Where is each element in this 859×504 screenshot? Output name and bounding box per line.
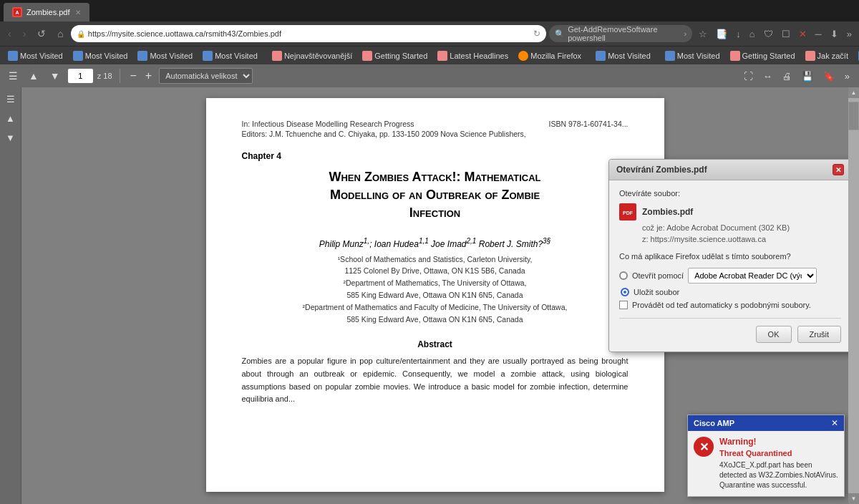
affil-3: ²Department of Mathematics, The Universi… xyxy=(242,277,629,289)
bookmark-label-8: Most Visited xyxy=(608,52,651,60)
download2-btn[interactable]: ⬇ xyxy=(827,26,842,42)
scrollbar-up-button[interactable]: ▲ xyxy=(848,87,859,98)
bookmark-icon-2 xyxy=(137,51,147,61)
bookmark-item-11[interactable]: Jak začít xyxy=(801,49,853,62)
pdf-toggle-sidebar-button[interactable]: ☰ xyxy=(6,67,21,84)
tab-close-button[interactable]: ✕ xyxy=(75,9,81,16)
bookmark-item-5[interactable]: Getting Started xyxy=(358,49,432,62)
pdf-authors-text: Philip Munz1,; Ioan Hudea1,1 Joe Imad2,1… xyxy=(319,239,550,249)
bookmark-item-8[interactable]: Most Visited xyxy=(591,49,655,62)
dialog-checkbox-row: Provádět od teď automaticky s podobnými … xyxy=(619,301,841,309)
pdf-abstract-title: Abstract xyxy=(242,339,629,349)
pdf-save-button[interactable]: 💾 xyxy=(798,69,817,83)
search-bar[interactable]: 🔍 Get-AddRemoveSoftware powershell › xyxy=(549,25,692,42)
bookmark-item-3[interactable]: Most Visited xyxy=(198,49,262,62)
bookmark-star-button[interactable]: ☆ xyxy=(695,26,711,42)
bookmark-icon-1 xyxy=(73,51,83,61)
dialog-filename: Zombies.pdf xyxy=(642,207,693,217)
search-text: Get-AddRemoveSoftware powershell xyxy=(568,25,681,42)
pdf-file-icon: PDF xyxy=(619,203,636,220)
auto-action-checkbox[interactable] xyxy=(619,301,628,309)
dialog-close-button[interactable]: ✕ xyxy=(833,164,844,175)
shield-button[interactable]: 🛡 xyxy=(760,26,777,42)
browser-chrome: A Zombies.pdf ✕ ‹ › ↺ ⌂ 🔒 https://mysite… xyxy=(0,0,859,87)
bookmark-icon-8 xyxy=(596,51,606,61)
pdf-page-total: z 18 xyxy=(97,72,112,80)
save-file-radio[interactable] xyxy=(621,288,629,296)
pdf-scrollbar: ▲ ▼ xyxy=(848,87,859,504)
bookmark-label-10: Getting Started xyxy=(742,52,795,60)
bookmark-icon-11 xyxy=(805,51,815,61)
pdf-zoom-in-button[interactable]: + xyxy=(142,69,155,83)
bookmarks-button[interactable]: 📑 xyxy=(712,26,731,42)
pdf-bookmark-button[interactable]: 🔖 xyxy=(820,69,838,83)
download-button[interactable]: ↓ xyxy=(732,26,744,42)
scrollbar-thumb[interactable] xyxy=(848,102,859,130)
window-button[interactable]: ☐ xyxy=(778,26,794,42)
bookmark-item-1[interactable]: Most Visited xyxy=(69,49,132,62)
close-btn[interactable]: ✕ xyxy=(795,26,810,42)
bookmark-item-7[interactable]: Mozilla Firefox xyxy=(514,49,586,62)
bookmark-item-2[interactable]: Most Visited xyxy=(133,49,197,62)
forward-button[interactable]: › xyxy=(19,25,31,42)
pdf-fit-page-button[interactable]: ⛶ xyxy=(740,69,757,83)
reload-button[interactable]: ↺ xyxy=(33,25,50,42)
amp-close-button[interactable]: ✕ xyxy=(831,418,838,428)
pdf-zoom-select[interactable]: Automatická velikost xyxy=(159,68,253,84)
bookmark-label-3: Most Visited xyxy=(215,52,258,60)
bookmark-icon-10 xyxy=(730,51,740,61)
bookmark-item-12[interactable]: Most Visited xyxy=(854,49,859,62)
bookmark-label-2: Most Visited xyxy=(150,52,193,60)
bookmark-icon-5 xyxy=(362,51,372,61)
affil-4: 585 King Edward Ave, Ottawa ON K1N 6N5, … xyxy=(242,289,629,301)
home-button[interactable]: ⌂ xyxy=(53,25,67,42)
pdf-editors-text: Editors: J.M. Tchuenche and C. Chiyaka, … xyxy=(242,130,526,138)
home2-button[interactable]: ⌂ xyxy=(746,26,759,42)
bookmark-item-0[interactable]: Most Visited xyxy=(4,49,67,62)
scrollbar-track[interactable] xyxy=(848,98,859,493)
svg-text:A: A xyxy=(15,10,19,15)
pdf-sidebar-down-button[interactable]: ▼ xyxy=(3,130,18,146)
pdf-page-input[interactable]: 1 xyxy=(68,69,93,83)
address-bar[interactable]: 🔒 https://mysite.science.uottawa.ca/rsmi… xyxy=(71,25,546,42)
active-tab[interactable]: A Zombies.pdf ✕ xyxy=(4,3,89,21)
dialog-option-save: Uložit soubor xyxy=(621,288,841,296)
back-button[interactable]: ‹ xyxy=(4,25,16,42)
amp-desc-text: 4XoJCE_X.pdf.part has been detected as W… xyxy=(719,460,838,490)
pdf-zoom-out-button[interactable]: − xyxy=(127,69,140,83)
address-reload-icon[interactable]: ↻ xyxy=(533,29,540,39)
bookmark-item-9[interactable]: Most Visited xyxy=(661,49,724,62)
tab-favicon: A xyxy=(12,7,22,17)
dialog-option-open: Otevřít pomocí Adobe Acrobat Reader DC (… xyxy=(619,268,841,284)
more-button[interactable]: » xyxy=(843,26,855,42)
dialog-cancel-button[interactable]: Zrušit xyxy=(797,326,842,343)
scrollbar-down-button[interactable]: ▼ xyxy=(848,493,859,504)
minimize-btn[interactable]: ─ xyxy=(812,26,825,42)
open-app-select[interactable]: Adobe Acrobat Reader DC (výchozí) xyxy=(688,268,817,284)
pdf-more-button[interactable]: » xyxy=(841,69,853,83)
bookmark-item-6[interactable]: Latest Headlines xyxy=(433,49,513,62)
pdf-sidebar: ☰ ▲ ▼ xyxy=(0,87,21,504)
bookmark-item-4[interactable]: Nejnavštěvovanější xyxy=(268,49,356,62)
amp-title: Cisco AMP xyxy=(694,419,734,427)
pdf-prev-page-button[interactable]: ▲ xyxy=(25,69,42,83)
pdf-next-page-button[interactable]: ▼ xyxy=(47,69,64,83)
pdf-sidebar-up-button[interactable]: ▲ xyxy=(3,110,18,127)
pdf-fit-width-button[interactable]: ↔ xyxy=(759,69,776,83)
open-with-radio[interactable] xyxy=(619,271,628,280)
pdf-print-button[interactable]: 🖨 xyxy=(779,69,795,83)
bookmark-label-5: Getting Started xyxy=(374,52,427,60)
pdf-viewer[interactable]: In: Infectious Disease Modelling Researc… xyxy=(21,87,848,504)
save-file-label: Uložit soubor xyxy=(634,288,679,296)
bookmark-item-10[interactable]: Getting Started xyxy=(726,49,800,62)
nav-bar: ‹ › ↺ ⌂ 🔒 https://mysite.science.uottawa… xyxy=(0,21,859,46)
pdf-sidebar-thumbnail-button[interactable]: ☰ xyxy=(4,91,18,107)
bookmark-label-4: Nejnavštěvovanější xyxy=(284,52,352,60)
search-arrow[interactable]: › xyxy=(684,29,687,38)
amp-body: ✕ Warning! Threat Quarantined 4XoJCE_X.p… xyxy=(688,431,844,496)
bookmark-label-0: Most Visited xyxy=(20,52,63,60)
affil-2: 1125 Colonel By Drive, Ottawa, ON K1S 5B… xyxy=(242,265,629,277)
dialog-subtitle: Otevíráte soubor: xyxy=(619,189,841,198)
dialog-ok-button[interactable]: OK xyxy=(756,326,792,343)
amp-threat-icon: ✕ xyxy=(694,437,714,457)
